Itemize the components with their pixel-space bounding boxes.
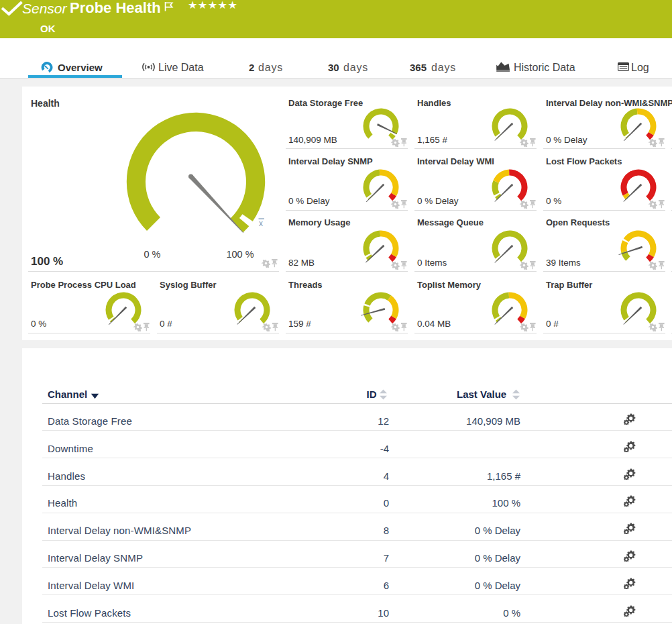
svg-text:x: x [259,219,263,228]
